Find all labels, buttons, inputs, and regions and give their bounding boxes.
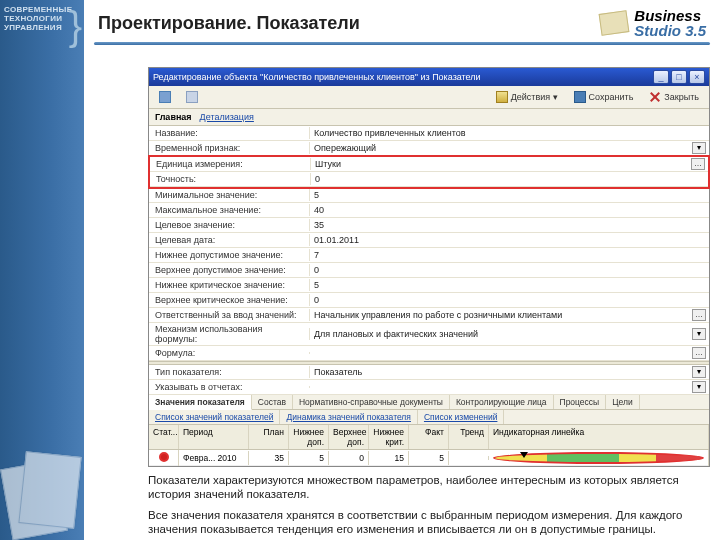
field-label: Верхнее допустимое значение: [149, 264, 309, 276]
save-button[interactable]: Сохранить [568, 89, 640, 105]
col-udop[interactable]: Верхнее доп. [329, 425, 369, 449]
field-label: Формула: [149, 347, 309, 359]
cell-fact: 5 [409, 451, 449, 465]
toolbar: Действия ▾ Сохранить Закрыть [149, 86, 709, 109]
business-studio-logo: Business Studio 3.5 [600, 8, 706, 38]
highlight-unit: Единица измерения:Штуки… Точность:0 [148, 155, 710, 189]
close-icon [649, 91, 661, 103]
col-fact[interactable]: Факт [409, 425, 449, 449]
view-tabs: Главная Детализация [149, 109, 709, 126]
paper-decoration [0, 430, 90, 540]
save-icon [574, 91, 586, 103]
sub-tabs: Значения показателя Состав Нормативно-сп… [149, 395, 709, 410]
actions-icon [496, 91, 508, 103]
field-label: Точность: [150, 173, 310, 185]
ellipsis-button[interactable]: … [692, 309, 706, 321]
field-value[interactable] [309, 352, 692, 354]
values-grid: Стат... Период План Нижнее доп. Верхнее … [149, 425, 709, 466]
cell-plan: 35 [249, 451, 289, 465]
col-ldop[interactable]: Нижнее доп. [289, 425, 329, 449]
col-period[interactable]: Период [179, 425, 249, 449]
ellipsis-button[interactable]: … [691, 158, 705, 170]
caption-p2: Все значения показателя хранятся в соотв… [148, 508, 708, 537]
field-label: Указывать в отчетах: [149, 381, 309, 393]
close-window-button[interactable]: × [689, 70, 705, 84]
ellipsis-button[interactable]: … [692, 347, 706, 359]
dropdown-button[interactable]: ▾ [692, 381, 706, 393]
titlebar[interactable]: Редактирование объекта "Количество привл… [149, 68, 709, 86]
tab-detail[interactable]: Детализация [200, 112, 254, 122]
field-value[interactable]: 0 [309, 264, 709, 276]
dropdown-button[interactable]: ▾ [692, 142, 706, 154]
col-indicator[interactable]: Индикаторная линейка [489, 425, 709, 449]
nav-icon [159, 91, 171, 103]
field-value[interactable]: 5 [309, 279, 709, 291]
subtab-docs[interactable]: Нормативно-справочные документы [293, 395, 450, 409]
property-form: Название:Количество привлеченных клиенто… [149, 126, 709, 361]
slide-title: Проектирование. Показатели [98, 13, 360, 34]
field-value[interactable]: Опережающий [309, 142, 692, 154]
status-red-icon [159, 452, 169, 462]
field-value[interactable]: 35 [309, 219, 709, 231]
maximize-button[interactable]: □ [671, 70, 687, 84]
subtab2-dynamics[interactable]: Динамика значений показателя [280, 410, 417, 424]
note-icon [599, 10, 630, 36]
logo-line1: Business [634, 8, 706, 23]
col-status[interactable]: Стат... [149, 425, 179, 449]
subtab-values[interactable]: Значения показателя [149, 395, 252, 410]
field-value[interactable]: 5 [309, 189, 709, 201]
nav-button-1[interactable] [153, 89, 177, 105]
field-label: Механизм использования формулы: [149, 323, 309, 345]
field-label: Минимальное значение: [149, 189, 309, 201]
field-value[interactable]: 40 [309, 204, 709, 216]
cell-lcrit: 15 [369, 451, 409, 465]
field-label: Единица измерения: [150, 158, 310, 170]
field-label: Целевая дата: [149, 234, 309, 246]
cell-udop: 0 [329, 451, 369, 465]
dropdown-button[interactable]: ▾ [692, 366, 706, 378]
field-label: Временной признак: [149, 142, 309, 154]
field-label: Название: [149, 127, 309, 139]
subtab-controllers[interactable]: Контролирующие лица [450, 395, 554, 409]
nav-button-2[interactable] [180, 89, 204, 105]
field-value[interactable]: 7 [309, 249, 709, 261]
indicator-bar [493, 452, 704, 464]
field-value[interactable] [309, 386, 692, 388]
subtab-goals[interactable]: Цели [606, 395, 639, 409]
brace-icon: } [69, 4, 82, 49]
field-value[interactable]: Для плановых и фактических значений [309, 328, 692, 340]
dropdown-button[interactable]: ▾ [692, 328, 706, 340]
col-lcrit[interactable]: Нижнее крит. [369, 425, 409, 449]
field-value[interactable]: Штуки [310, 158, 691, 170]
actions-button[interactable]: Действия ▾ [490, 89, 564, 105]
field-label: Нижнее допустимое значение: [149, 249, 309, 261]
field-value[interactable]: 0 [309, 294, 709, 306]
field-label: Целевое значение: [149, 219, 309, 231]
caption-p1: Показатели характеризуются множеством па… [148, 473, 708, 502]
minimize-button[interactable]: _ [653, 70, 669, 84]
field-value[interactable]: Начальник управления по работе с розничн… [309, 309, 692, 321]
field-value[interactable]: 0 [310, 173, 708, 185]
subtab2-changes[interactable]: Список изменений [418, 410, 504, 424]
field-label: Ответственный за ввод значений: [149, 309, 309, 321]
col-plan[interactable]: План [249, 425, 289, 449]
cell-trend [449, 456, 489, 460]
field-value[interactable]: Количество привлеченных клиентов [309, 127, 709, 139]
cell-ldop: 5 [289, 451, 329, 465]
field-value[interactable]: Показатель [309, 366, 692, 378]
close-button[interactable]: Закрыть [643, 89, 705, 105]
field-label: Тип показателя: [149, 366, 309, 378]
field-label: Верхнее критическое значение: [149, 294, 309, 306]
col-trend[interactable]: Тренд [449, 425, 489, 449]
field-label: Максимальное значение: [149, 204, 309, 216]
table-row[interactable]: Февра... 2010 35 5 0 15 5 [149, 450, 709, 466]
slide-caption: Показатели характеризуются множеством па… [148, 473, 708, 537]
window-title: Редактирование объекта "Количество привл… [153, 72, 481, 82]
subtab-composition[interactable]: Состав [252, 395, 293, 409]
app-window: Редактирование объекта "Количество привл… [148, 67, 710, 467]
subtab2-list[interactable]: Список значений показателей [149, 410, 280, 424]
field-value[interactable]: 01.01.2011 [309, 234, 709, 246]
tab-main[interactable]: Главная [155, 112, 192, 122]
cell-period: Февра... 2010 [179, 451, 249, 465]
subtab-processes[interactable]: Процессы [554, 395, 607, 409]
